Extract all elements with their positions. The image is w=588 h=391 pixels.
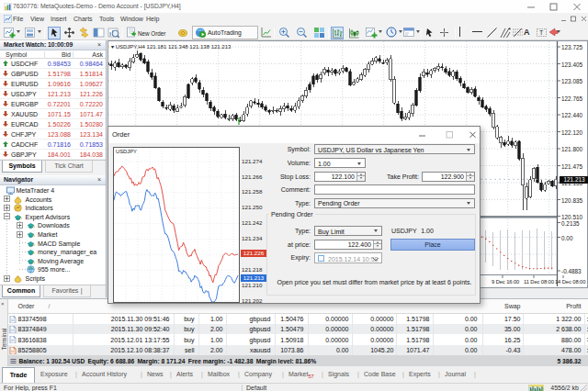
svg-text:T: T [539,29,544,36]
